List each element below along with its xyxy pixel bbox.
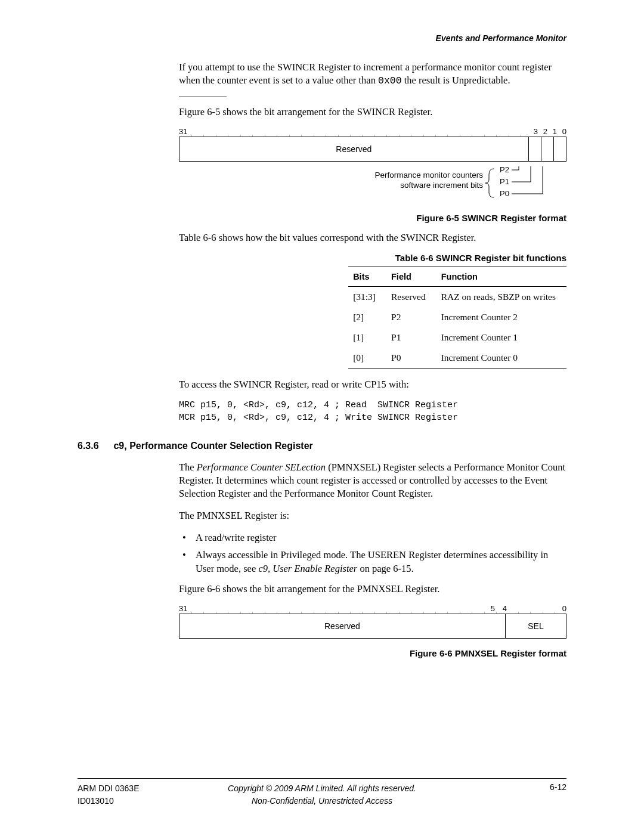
s636-bullet-2: Always accessible in Privileged mode. Th… [179,548,566,575]
tbl66-head-bits: Bits [348,267,386,287]
intro-para-1: If you attempt to use the SWINCR Registe… [179,61,566,88]
fig66-sel-field: SEL [505,614,566,638]
fig66-bit-5: 5 [491,604,495,613]
section-title: c9, Performance Counter Selection Regist… [113,441,312,451]
tbl66-r0-bits: [31:3] [348,287,386,308]
s636-p3: Figure 6-6 shows the bit arrangement for… [179,583,566,596]
table-row: [1] P1 Increment Counter 1 [348,327,566,348]
fig65-bit-cell-0 [553,137,566,161]
fig65-p2-label: P2 [500,166,509,174]
tbl66-r3-field: P0 [386,348,436,368]
tbl66-r1-bits: [2] [348,307,386,327]
figure-6-5-caption: Figure 6-5 SWINCR Register format [179,213,566,223]
s636-p2: The PMNXSEL Register is: [179,509,566,522]
table-6-6-intro: Table 6-6 shows how the bit values corre… [179,231,566,244]
footer-page-number: 6-12 [550,782,566,792]
section-6-3-6-heading: 6.3.6 c9, Performance Counter Selection … [78,441,566,451]
figure-6-5: 31 3 2 1 0 Reserved [179,127,566,205]
fig65-bit-31: 31 [179,127,187,136]
footer-doc: ARM DDI 0363E [78,784,139,793]
access-code: MRC p15, 0, <Rd>, c9, c12, 4 ; Read SWIN… [179,400,566,424]
s636-p1: The Performance Counter SELection (PMNXS… [179,461,566,501]
fig65-bracket-svg: P2 P1 P0 [483,166,566,200]
s636-bullet-1: A read/write register [179,531,566,544]
s636-p1-a: The [179,462,197,473]
fig66-bit-4: 4 [503,604,507,613]
fig65-reserved-field: Reserved [179,137,528,161]
fig65-bit-2: 2 [543,127,547,136]
fig65-bit-1: 1 [553,127,557,136]
s636-b2-i: c9, User Enable Register [258,563,357,574]
fig66-bit-0: 0 [562,604,566,613]
footer-id: ID013010 [78,796,114,806]
tbl66-r0-field: Reserved [386,287,436,308]
fig65-p0-label: P0 [500,189,509,198]
fig65-p1-label: P1 [500,177,509,186]
fig66-reserved-field: Reserved [179,614,505,638]
intro-p1-b: the result is Unpredictable. [402,75,510,86]
fig65-annotation-text: Performance monitor counters software in… [374,170,483,191]
tbl66-r2-func: Increment Counter 1 [436,327,566,348]
fig65-bit-0: 0 [562,127,566,136]
table-row: [31:3] Reserved RAZ on reads, SBZP on wr… [348,287,566,308]
tbl66-head-field: Field [386,267,436,287]
page-header: Events and Performance Monitor [78,33,566,43]
table-6-6: Bits Field Function [31:3] Reserved RAZ … [348,267,566,368]
figure-6-6: 31 5 4 0 Reserved SEL [179,604,566,640]
table-row: [2] P2 Increment Counter 2 [348,307,566,327]
tbl66-r1-func: Increment Counter 2 [436,307,566,327]
page-footer: ARM DDI 0363E ID013010 Copyright © 2009 … [78,778,566,807]
intro-p1-code: 0x00 [378,75,402,86]
tbl66-r3-func: Increment Counter 0 [436,348,566,368]
footer-copyright: Copyright © 2009 ARM Limited. All rights… [228,784,416,793]
section-num: 6.3.6 [78,441,111,451]
fig65-bit-3: 3 [534,127,538,136]
tbl66-r2-field: P1 [386,327,436,348]
fig65-annot-line2: software increment bits [400,181,483,190]
tbl66-head-func: Function [436,267,566,287]
separator-rule [179,97,227,97]
table-6-6-caption: Table 6-6 SWINCR Register bit functions [179,253,566,263]
fig65-bit-cell-2 [528,137,541,161]
fig65-annot-line1: Performance monitor counters [374,171,483,179]
table-row: [0] P0 Increment Counter 0 [348,348,566,368]
figure-6-6-caption: Figure 6-6 PMNXSEL Register format [179,648,566,658]
intro-para-2: Figure 6-5 shows the bit arrangement for… [179,106,566,119]
fig65-bit-cell-1 [541,137,553,161]
tbl66-r1-field: P2 [386,307,436,327]
access-lead: To access the SWINCR Register, read or w… [179,378,566,391]
fig66-bit-31: 31 [179,604,187,613]
tbl66-r3-bits: [0] [348,348,386,368]
tbl66-r0-func: RAZ on reads, SBZP on writes [436,287,566,308]
s636-p1-i: Performance Counter SELection [197,462,326,473]
s636-b2-b: on page 6-15. [357,563,413,574]
tbl66-r2-bits: [1] [348,327,386,348]
footer-confidentiality: Non-Confidential, Unrestricted Access [252,796,392,806]
